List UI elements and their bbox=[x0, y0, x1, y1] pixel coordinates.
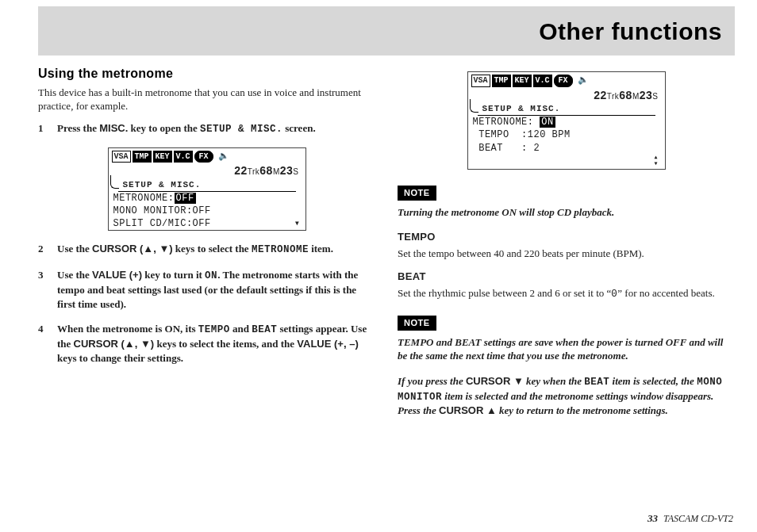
lcd-screenshot-2: VSA TMP KEY V.C FX 🔈 22Trk68M23S SETUP &… bbox=[467, 71, 666, 170]
param-label: BEAT bbox=[584, 377, 609, 388]
speaker-icon: 🔈 bbox=[218, 151, 229, 163]
param-label: BEAT bbox=[252, 324, 277, 335]
manual-page: Other functions Using the metronome This… bbox=[0, 6, 757, 437]
step-number: 3 bbox=[38, 268, 57, 311]
speaker-icon: 🔈 bbox=[578, 75, 589, 86]
lcd-subheading: SETUP & MISC. bbox=[478, 103, 655, 116]
lcd-time-display: 22Trk68M23S bbox=[468, 88, 665, 104]
step-number: 1 bbox=[38, 121, 57, 136]
lcd-row: BEAT : 2 bbox=[468, 142, 665, 155]
section-title: Other functions bbox=[539, 16, 722, 48]
lcd-tab: V.C bbox=[533, 75, 552, 87]
screen-name: SETUP & MISC. bbox=[200, 124, 282, 135]
step-3: 3 Use the VALUE (+) key to turn it ON. T… bbox=[38, 268, 375, 311]
step-number: 2 bbox=[38, 242, 57, 257]
menu-item: METRONOME bbox=[252, 244, 309, 255]
lcd-tab: FX bbox=[554, 75, 573, 87]
lcd-tab: FX bbox=[194, 151, 213, 163]
section-header-bar: Other functions bbox=[38, 6, 735, 55]
lcd-row: TEMPO :120 BPM bbox=[468, 128, 665, 141]
tempo-description: Set the tempo between 40 and 220 beats p… bbox=[398, 247, 735, 261]
step-4: 4 When the metronome is ON, its TEMPO an… bbox=[38, 322, 375, 365]
lcd-subheading: SETUP & MISC. bbox=[118, 179, 296, 192]
lcd-row: MONO MONITOR:OFF bbox=[109, 205, 305, 217]
beat-description: Set the rhythmic pulse between 2 and 6 o… bbox=[398, 286, 735, 301]
lcd-tab: V.C bbox=[174, 151, 193, 163]
note-text: Turning the metronome ON will stop CD pl… bbox=[398, 205, 735, 220]
lcd-row: METRONOME:OFF bbox=[109, 192, 305, 205]
lcd-screenshot-1: VSA TMP KEY V.C FX 🔈 22Trk68M23S SETUP &… bbox=[108, 147, 306, 232]
instruction-list: 1 Press the MISC. key to open the SETUP … bbox=[38, 121, 375, 136]
key-label: CURSOR ▲ bbox=[439, 404, 497, 416]
value-label: ON bbox=[205, 270, 217, 281]
lcd-row: SPLIT CD/MIC:OFF▾ bbox=[109, 217, 305, 230]
key-label: CURSOR (▲, ▼) bbox=[74, 338, 155, 350]
note-text: If you press the CURSOR ▼ key when the B… bbox=[398, 374, 735, 418]
key-label: CURSOR ▼ bbox=[466, 375, 524, 387]
page-footer: 33 TASCAM CD-VT2 bbox=[647, 511, 733, 526]
intro-paragraph: This device has a built-in metronome tha… bbox=[38, 86, 375, 113]
subsection-heading: Using the metronome bbox=[38, 65, 375, 82]
product-model: TASCAM CD-VT2 bbox=[663, 513, 733, 524]
scroll-arrows-icon: ▴▾ bbox=[468, 155, 665, 169]
key-label: CURSOR (▲, ▼) bbox=[92, 243, 173, 255]
lcd-tab: VSA bbox=[112, 151, 131, 163]
lcd-row: METRONOME: ON bbox=[468, 116, 665, 128]
key-label: VALUE (+) bbox=[92, 269, 142, 281]
down-arrow-icon: ▾ bbox=[294, 217, 301, 230]
step-number: 4 bbox=[38, 322, 57, 365]
note-text: TEMPO and BEAT settings are save when th… bbox=[398, 335, 735, 363]
key-label: VALUE (+, –) bbox=[297, 338, 358, 350]
left-column: Using the metronome This device has a bu… bbox=[38, 65, 375, 429]
right-column: VSA TMP KEY V.C FX 🔈 22Trk68M23S SETUP &… bbox=[398, 65, 735, 429]
step-1: 1 Press the MISC. key to open the SETUP … bbox=[38, 121, 375, 136]
note-badge: NOTE bbox=[398, 316, 436, 331]
tempo-heading: TEMPO bbox=[398, 230, 735, 244]
key-label: MISC. bbox=[99, 122, 128, 134]
lcd-tab: TMP bbox=[492, 75, 511, 87]
param-label: TEMPO bbox=[198, 324, 230, 335]
lcd-tab: KEY bbox=[513, 75, 532, 87]
note-badge: NOTE bbox=[398, 186, 436, 201]
lcd-tab: KEY bbox=[153, 151, 172, 163]
step-2: 2 Use the CURSOR (▲, ▼) keys to select t… bbox=[38, 242, 375, 257]
lcd-tab: VSA bbox=[471, 75, 490, 87]
beat-heading: BEAT bbox=[398, 270, 735, 284]
lcd-tab: TMP bbox=[133, 151, 152, 163]
page-number: 33 bbox=[647, 512, 658, 524]
lcd-time-display: 22Trk68M23S bbox=[109, 163, 305, 179]
instruction-list-cont: 2 Use the CURSOR (▲, ▼) keys to select t… bbox=[38, 242, 375, 365]
